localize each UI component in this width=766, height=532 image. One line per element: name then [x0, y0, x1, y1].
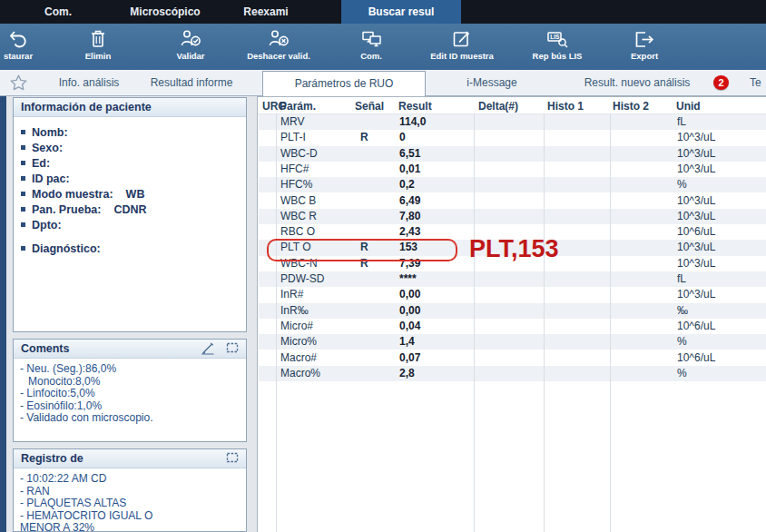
result-row[interactable]: Micro#0,0410^6/uL	[259, 319, 766, 334]
result-cell: 0,07	[399, 351, 420, 364]
undo-icon	[6, 28, 30, 50]
left-edge-strip	[0, 96, 6, 532]
log-line: - RAN	[20, 486, 241, 498]
param-cell: HFC%	[280, 178, 312, 191]
unit-cell: 10^3/uL	[677, 210, 715, 222]
delete-button[interactable]: Elimin	[48, 26, 148, 68]
patient-field-value: WB	[126, 188, 145, 201]
expand-log-icon[interactable]	[226, 452, 239, 463]
patient-field: Pan. Prueba:CDNR	[21, 202, 241, 217]
log-line-list: - 10:02:22 AM CD- RAN- PLAQUETAS ALTAS- …	[14, 468, 246, 532]
export-button[interactable]: Export	[594, 26, 694, 68]
communicate-button[interactable]: Com.	[321, 26, 421, 68]
comments-panel: Coments - Neu. (Seg.):86,0%Monocito:8,0%…	[13, 339, 247, 442]
column-header-histo-1: Histo 1	[547, 100, 584, 113]
result-row[interactable]: WBC-D6,5110^3/uL	[259, 146, 766, 162]
toolbar: staurar Elimin Validar Deshacer valid.	[0, 24, 766, 70]
result-row[interactable]: InR‰0,00‰	[259, 303, 766, 319]
result-cell: 0,00	[399, 288, 420, 300]
column-separator	[474, 113, 475, 532]
result-row[interactable]: WBC B6,4910^3/uL	[259, 193, 766, 209]
patient-field-label: Modo muestra:	[32, 188, 113, 201]
result-row[interactable]: HFC#0,0110^3/uL	[259, 162, 766, 177]
patient-field-label: Diagnóstico:	[32, 242, 101, 255]
patient-field: Nomb:	[21, 124, 241, 140]
bullet-icon	[21, 222, 25, 227]
column-separator	[276, 113, 277, 532]
patient-field-label: Ed:	[32, 157, 50, 170]
bullet-icon	[21, 207, 25, 212]
patient-field: ID pac:	[21, 171, 241, 186]
result-row[interactable]: Micro%1,4%	[259, 334, 766, 350]
svg-text:LIS: LIS	[550, 34, 560, 40]
unvalidate-button[interactable]: Deshacer valid.	[229, 26, 329, 68]
param-cell: PDW-SD	[280, 272, 324, 285]
param-cell: WBC-D	[280, 147, 318, 160]
patient-field-label: Dpto:	[32, 219, 62, 232]
tab-te-partial[interactable]: Te	[750, 70, 766, 95]
unit-cell: %	[677, 335, 687, 348]
unit-cell: 10^6/uL	[677, 225, 715, 238]
bullet-icon	[21, 145, 25, 150]
result-row[interactable]: Macro#0,0710^6/uL	[259, 350, 766, 366]
result-cell: 6,51	[399, 147, 420, 160]
result-cell: 6,49	[399, 194, 420, 207]
patient-field: Modo muestra:WB	[21, 186, 241, 202]
result-row[interactable]: PDW-SD****fL	[259, 271, 766, 287]
bullet-icon	[21, 192, 25, 196]
result-cell: 114,0	[399, 115, 426, 128]
result-row[interactable]: HFC%0,2%	[259, 177, 766, 192]
patient-field: Sexo:	[21, 140, 241, 155]
column-separator	[610, 113, 611, 532]
menu-tab-buscar-resul-active[interactable]: Buscar resul	[341, 0, 461, 24]
log-line: - PLAQUETAS ALTAS	[20, 498, 241, 510]
unit-cell: %	[677, 178, 687, 191]
edit-sample-id-button[interactable]: Edit ID muestra	[412, 26, 512, 68]
user-check-icon	[179, 28, 202, 50]
param-cell: MRV	[280, 115, 304, 128]
result-row[interactable]: WBC R7,8010^3/uL	[259, 209, 766, 224]
result-row[interactable]: MRV114,0fL	[259, 114, 766, 130]
tab-info-analisis[interactable]: Info. análisis	[41, 70, 137, 95]
favorite-star-icon[interactable]	[9, 74, 28, 95]
bullet-icon	[21, 130, 25, 134]
edit-comment-icon[interactable]	[201, 342, 215, 355]
param-cell: PLT-I	[280, 131, 306, 143]
bullet-icon	[21, 176, 25, 181]
expand-comments-icon[interactable]	[226, 342, 239, 353]
unit-cell: 10^3/uL	[677, 163, 715, 175]
menu-tab-reexami[interactable]: Reexami	[229, 0, 303, 24]
result-row[interactable]: PLT-IR010^3/uL	[259, 130, 766, 145]
param-cell: RBC O	[280, 225, 315, 238]
param-cell: InR#	[280, 288, 303, 300]
result-row[interactable]: Macro%2,8%	[259, 366, 766, 381]
trash-icon	[86, 28, 110, 50]
result-row[interactable]: InR#0,0010^3/uL	[259, 287, 766, 302]
unit-cell: ‰	[677, 304, 688, 317]
patient-field: Diagnóstico:	[21, 241, 241, 256]
plt-highlight-box	[267, 239, 457, 261]
unit-cell: %	[677, 367, 687, 379]
comment-line: - Validado con microscopio.	[20, 412, 241, 425]
tab-resultad-informe[interactable]: Resultad informe	[141, 70, 242, 95]
patient-field-label: ID pac:	[32, 172, 70, 185]
unit-cell: 10^3/uL	[677, 147, 715, 160]
param-cell: Macro#	[280, 351, 317, 364]
result-cell: 7,80	[399, 210, 420, 222]
unit-cell: fL	[677, 115, 686, 128]
tab-parametros-ruo-active[interactable]: Parámetros de RUO	[262, 71, 426, 96]
menu-tab-com[interactable]: Com.	[25, 0, 91, 24]
result-cell: 0,2	[399, 178, 415, 191]
log-panel: Registro de - 10:02:22 AM CD- RAN- PLAQU…	[13, 448, 247, 532]
tab-i-message[interactable]: i-Message	[447, 70, 537, 95]
tab-result-nuevo-analisis[interactable]: Result. nuevo análisis	[565, 70, 710, 95]
lis-report-search-button[interactable]: LIS Rep bús LIS	[507, 26, 607, 68]
plt-annotation-text: PLT,153	[469, 235, 559, 263]
unit-cell: 10^3/uL	[677, 131, 715, 143]
log-line: MENOR A 32%	[20, 522, 241, 532]
results-table: URGParám.SeñalResultDelta(#)Histo 1Histo…	[257, 96, 766, 532]
log-panel-title: Registro de	[21, 452, 83, 465]
validate-button[interactable]: Validar	[141, 26, 241, 68]
menu-tab-microscopico[interactable]: Microscópico	[102, 0, 229, 24]
monitors-icon	[359, 28, 383, 50]
